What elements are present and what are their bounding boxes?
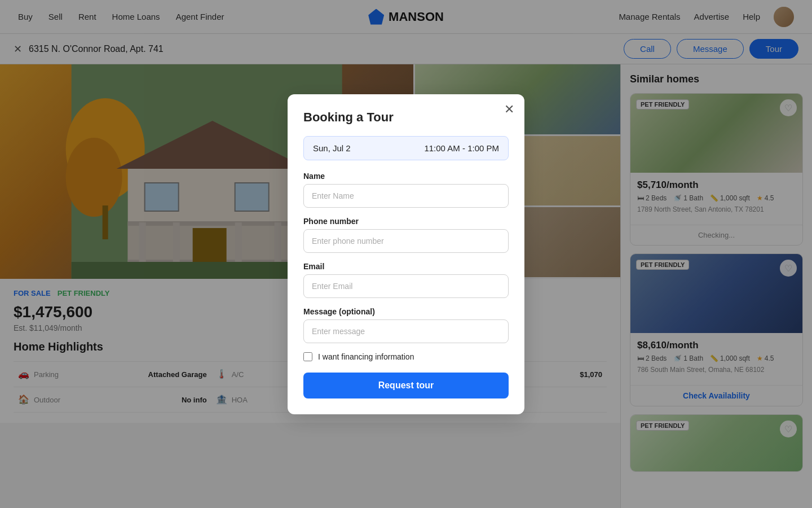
email-input[interactable] bbox=[303, 274, 509, 298]
modal-title: Booking a Tour bbox=[303, 110, 509, 125]
financing-label[interactable]: I want financing information bbox=[318, 352, 414, 361]
request-tour-button[interactable]: Request tour bbox=[303, 373, 509, 398]
booking-modal: Booking a Tour ✕ Sun, Jul 2 11:00 AM - 1… bbox=[288, 94, 524, 414]
phone-field-group: Phone number bbox=[303, 217, 509, 253]
name-field-group: Name bbox=[303, 172, 509, 208]
tour-time: 11:00 AM - 1:00 PM bbox=[424, 143, 499, 153]
financing-checkbox-row: I want financing information bbox=[303, 352, 509, 361]
message-input[interactable] bbox=[303, 319, 509, 343]
message-label: Message (optional) bbox=[303, 307, 509, 316]
date-time-bar[interactable]: Sun, Jul 2 11:00 AM - 1:00 PM bbox=[303, 136, 509, 160]
phone-input[interactable] bbox=[303, 229, 509, 253]
email-label: Email bbox=[303, 262, 509, 271]
phone-label: Phone number bbox=[303, 217, 509, 226]
email-field-group: Email bbox=[303, 262, 509, 298]
message-field-group: Message (optional) bbox=[303, 307, 509, 343]
name-input[interactable] bbox=[303, 184, 509, 208]
modal-overlay: Booking a Tour ✕ Sun, Jul 2 11:00 AM - 1… bbox=[0, 0, 812, 508]
name-label: Name bbox=[303, 172, 509, 181]
financing-checkbox[interactable] bbox=[303, 352, 312, 361]
modal-close-button[interactable]: ✕ bbox=[504, 103, 514, 116]
tour-date: Sun, Jul 2 bbox=[313, 143, 351, 153]
